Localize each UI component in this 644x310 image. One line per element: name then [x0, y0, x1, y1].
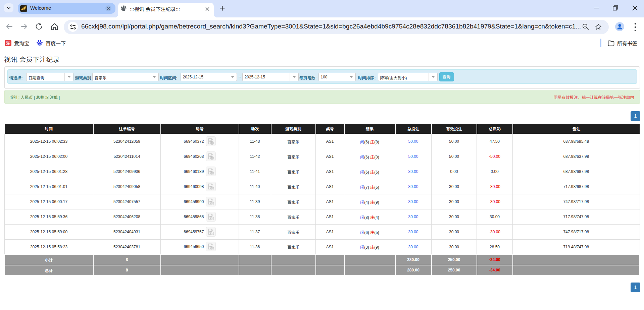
svg-text:du: du [39, 43, 41, 45]
